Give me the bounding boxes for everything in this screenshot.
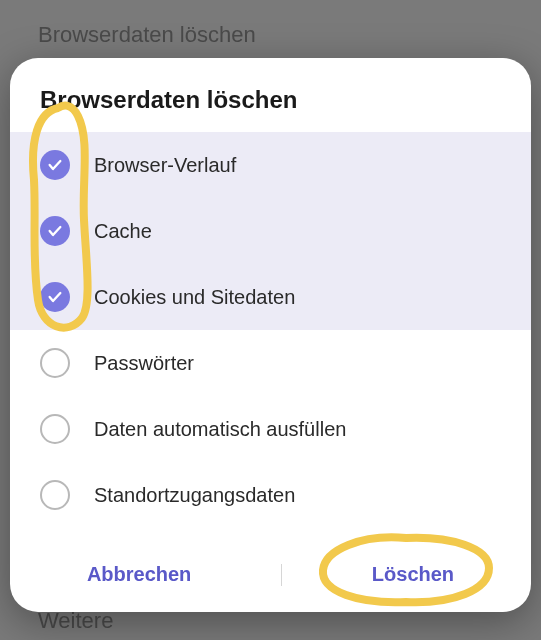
option-label: Cookies und Sitedaten — [94, 286, 295, 309]
checkbox-icon — [40, 282, 70, 312]
option-label: Browser-Verlauf — [94, 154, 236, 177]
option-location[interactable]: Standortzugangsdaten — [10, 462, 531, 528]
option-label: Daten automatisch ausfüllen — [94, 418, 346, 441]
checkbox-icon — [40, 216, 70, 246]
option-passwords[interactable]: Passwörter — [10, 330, 531, 396]
checkbox-icon — [40, 348, 70, 378]
cancel-button[interactable]: Abbrechen — [63, 553, 215, 596]
dialog-actions: Abbrechen Löschen — [10, 541, 531, 612]
option-label: Cache — [94, 220, 152, 243]
checkbox-icon — [40, 414, 70, 444]
option-autofill[interactable]: Daten automatisch ausfüllen — [10, 396, 531, 462]
checkbox-icon — [40, 480, 70, 510]
option-cookies[interactable]: Cookies und Sitedaten — [10, 264, 531, 330]
dialog-title: Browserdaten löschen — [10, 58, 531, 132]
options-list: Browser-Verlauf Cache Cookies und Siteda… — [10, 132, 531, 541]
option-label: Standortzugangsdaten — [94, 484, 295, 507]
delete-button[interactable]: Löschen — [348, 553, 478, 596]
background-page-title: Browserdaten löschen — [38, 22, 256, 48]
option-cache[interactable]: Cache — [10, 198, 531, 264]
clear-data-dialog: Browserdaten löschen Browser-Verlauf Cac… — [10, 58, 531, 612]
option-browser-history[interactable]: Browser-Verlauf — [10, 132, 531, 198]
checkbox-icon — [40, 150, 70, 180]
option-label: Passwörter — [94, 352, 194, 375]
action-divider — [281, 564, 282, 586]
